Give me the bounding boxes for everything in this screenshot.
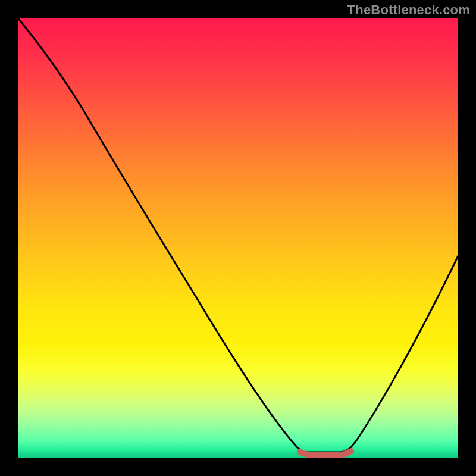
chart-frame: TheBottleneck.com bbox=[0, 0, 476, 476]
watermark-text: TheBottleneck.com bbox=[347, 2, 470, 18]
chart-plot-area bbox=[18, 18, 458, 458]
